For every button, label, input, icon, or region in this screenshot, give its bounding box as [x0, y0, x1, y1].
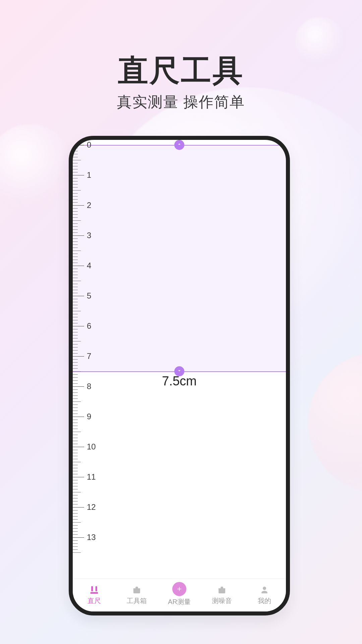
ruler-tick-label: 2	[87, 201, 91, 210]
ruler-tick-label: 5	[87, 291, 91, 301]
tab-me[interactable]: 我的	[243, 585, 286, 605]
ruler-tick	[73, 241, 78, 242]
ruler-tick	[73, 444, 78, 444]
ruler-tick	[73, 447, 84, 447]
ruler-tick	[73, 257, 78, 257]
ruler-tick	[73, 338, 78, 338]
ruler-tick-label: 7	[87, 352, 91, 361]
ruler-tick	[73, 438, 78, 438]
tab-label: 直尺	[87, 596, 101, 605]
ruler-tick	[73, 223, 78, 224]
ruler-tick	[73, 435, 78, 435]
tab-ar[interactable]: AR测量	[158, 584, 200, 606]
ruler-tick	[73, 263, 78, 263]
ruler-tick	[73, 374, 78, 375]
ruler-tick	[73, 423, 78, 423]
ruler-tick-label: 4	[87, 261, 91, 270]
ruler-tick	[73, 510, 78, 511]
ruler-tick	[73, 552, 81, 553]
ruler-tick	[73, 362, 78, 363]
ruler-tick	[73, 383, 78, 384]
ruler-tick-label: 12	[87, 502, 96, 512]
ruler-tick	[73, 411, 78, 411]
ruler-tick	[73, 371, 81, 372]
ruler-tick	[73, 193, 78, 194]
ruler-tick	[73, 151, 78, 151]
ruler-tick	[73, 513, 78, 514]
ruler-tick	[73, 208, 78, 209]
tab-bar: 直尺工具箱AR测量测噪音我的	[73, 579, 286, 611]
ruler-tick	[73, 540, 78, 541]
ruler-tick	[73, 386, 84, 387]
tab-noise[interactable]: 测噪音	[201, 585, 243, 605]
ruler-tick	[73, 251, 81, 251]
ruler-tick	[73, 332, 78, 332]
ruler-tick	[73, 426, 78, 426]
measurement-value: 7.5cm	[162, 374, 196, 388]
ruler-tick	[73, 429, 78, 429]
ruler-tick	[73, 471, 78, 471]
ruler-tick	[73, 172, 78, 172]
ruler-tick	[73, 380, 78, 381]
ruler-tick	[73, 368, 78, 369]
person-icon	[259, 585, 269, 595]
ruler-tick	[73, 398, 78, 399]
ruler-tick	[73, 528, 78, 529]
ruler-tick	[73, 543, 78, 544]
ruler-tick	[73, 356, 84, 357]
ruler-tick-label: 11	[87, 472, 96, 482]
ruler-tick	[73, 299, 78, 299]
ruler-tick	[73, 326, 84, 326]
ruler-tick	[73, 308, 78, 308]
ruler-tick	[73, 214, 78, 215]
ruler-tick	[73, 359, 78, 360]
ruler-tick	[73, 275, 78, 275]
ruler-tick	[73, 546, 78, 547]
ruler-tick	[73, 260, 78, 260]
ruler-tick	[73, 353, 78, 354]
ruler-tick	[73, 377, 78, 378]
ruler-tick-label: 6	[87, 321, 91, 331]
toolbox-icon	[217, 585, 227, 595]
ruler-tick	[73, 549, 78, 550]
ruler-tick	[73, 190, 81, 191]
ruler-tick	[73, 184, 78, 184]
ruler-tick	[73, 417, 84, 417]
ruler-tick	[73, 226, 78, 227]
ruler-tick	[73, 296, 84, 296]
ruler-tick	[73, 202, 78, 203]
tab-label: 测噪音	[212, 596, 232, 605]
ruler-tick	[73, 284, 78, 284]
phone-frame: 7.5cm 012345678910111213 直尺工具箱AR测量测噪音我的	[69, 136, 290, 615]
ruler-tick	[73, 489, 78, 489]
ruler-tick	[73, 408, 78, 408]
ruler-tick	[73, 163, 78, 163]
tab-fab	[172, 582, 186, 596]
tab-ruler[interactable]: 直尺	[73, 585, 115, 605]
ruler-tick	[73, 495, 78, 495]
ruler-tick	[73, 305, 78, 305]
ruler-tick	[73, 335, 78, 335]
ruler-tick	[73, 196, 78, 197]
ruler-tick	[73, 154, 78, 154]
ruler-tick	[73, 414, 78, 414]
ruler-tick	[73, 350, 78, 351]
ruler-tick	[73, 525, 78, 526]
ruler-tick	[73, 278, 78, 278]
ruler-tick	[73, 389, 78, 390]
ruler-tick	[73, 534, 78, 535]
ruler-tick	[73, 157, 78, 157]
ruler-tick	[73, 199, 78, 200]
ruler-tick	[73, 537, 84, 538]
tab-toolbox[interactable]: 工具箱	[115, 585, 158, 605]
ruler-tick	[73, 531, 78, 532]
handle-top-knob[interactable]	[174, 140, 184, 150]
ruler-tick	[73, 229, 78, 230]
ruler-scale: 012345678910111213	[73, 140, 96, 611]
ruler-tick-label: 8	[87, 382, 91, 391]
ruler-tick	[73, 420, 78, 420]
tab-label: 我的	[258, 596, 271, 605]
chevron-down-icon	[177, 368, 182, 374]
measurement-region[interactable]	[73, 145, 286, 371]
ruler-tick	[73, 254, 78, 254]
